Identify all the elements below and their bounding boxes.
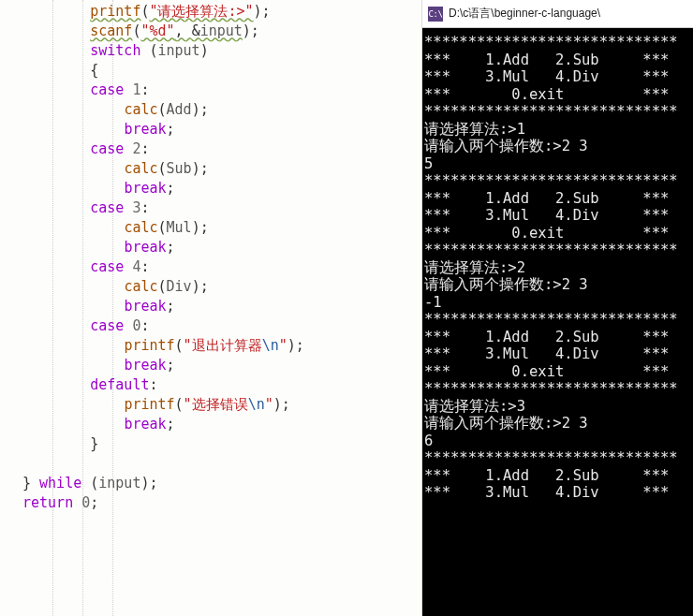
code-line[interactable]: case 2: (22, 139, 421, 159)
console-window: C:\ D:\c语言\beginner-c-language\ ********… (421, 0, 693, 616)
console-title: D:\c语言\beginner-c-language\ (449, 6, 600, 22)
code-line[interactable]: calc(Div); (22, 277, 421, 297)
cmd-icon: C:\ (428, 7, 443, 22)
code-line[interactable]: case 1: (22, 81, 421, 100)
code-line[interactable]: return 0; (22, 493, 421, 513)
code-line[interactable]: break; (22, 297, 421, 316)
code-line[interactable]: break; (22, 179, 421, 198)
code-line[interactable]: case 4: (22, 257, 421, 277)
code-line[interactable]: printf("请选择算法:>"); (22, 2, 421, 22)
code-line[interactable] (22, 454, 421, 474)
console-output[interactable]: ***************************** *** 1.Add … (422, 28, 693, 616)
code-line[interactable]: case 0: (22, 316, 421, 336)
code-line[interactable]: calc(Add); (22, 100, 421, 120)
code-line[interactable]: calc(Sub); (22, 159, 421, 179)
code-line[interactable]: { (22, 61, 421, 81)
code-line[interactable]: switch (input) (22, 41, 421, 61)
console-titlebar[interactable]: C:\ D:\c语言\beginner-c-language\ (422, 0, 693, 28)
code-line[interactable]: break; (22, 415, 421, 434)
code-line[interactable]: printf("退出计算器\n"); (22, 336, 421, 356)
code-line[interactable]: case 3: (22, 198, 421, 218)
code-editor[interactable]: printf("请选择算法:>"); scanf("%d", &input); … (0, 0, 421, 616)
code-line[interactable]: } while (input); (22, 474, 421, 493)
code-line[interactable]: break; (22, 238, 421, 257)
code-line[interactable]: } (22, 434, 421, 454)
code-line[interactable]: scanf("%d", &input); (22, 22, 421, 41)
current-line-highlight (0, 531, 421, 550)
current-line-highlight (0, 511, 421, 531)
code-line[interactable]: default: (22, 375, 421, 395)
code-line[interactable]: break; (22, 120, 421, 139)
code-line[interactable]: break; (22, 356, 421, 375)
code-line[interactable]: calc(Mul); (22, 218, 421, 238)
code-line[interactable]: printf("选择错误\n"); (22, 395, 421, 415)
